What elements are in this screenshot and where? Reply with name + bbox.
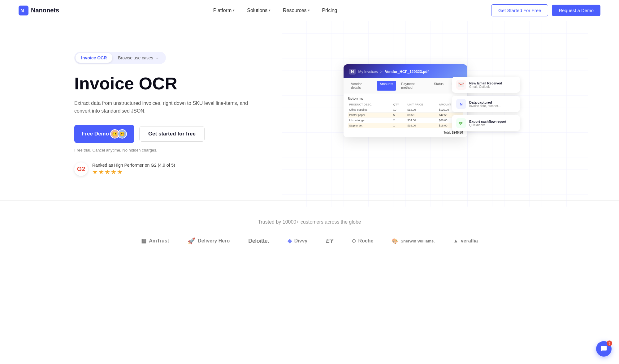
table-row: Ink cartridge2$34.00$68.00 <box>348 118 463 123</box>
notif-card-email: New Email Received Gmail, Outlook <box>452 77 520 93</box>
tab-invoice-ocr[interactable]: Invoice OCR <box>76 53 112 63</box>
logo-verallia: ▲ verallia <box>453 238 478 244</box>
notif-card-export: QB Export cashflow report Quickbooks <box>452 115 520 131</box>
amtrust-icon: ▩ <box>141 238 146 244</box>
nav-links: Platform ▾ Solutions ▾ Resources ▾ Prici… <box>208 5 342 16</box>
brand-logo[interactable]: N Nanonets <box>19 6 59 15</box>
invoice-breadcrumb-home: My Invoices <box>358 70 378 74</box>
trusted-section: Trusted by 10000+ customers across the g… <box>0 200 619 263</box>
hero-image-container: N My Invoices > Vendor_HCP_120323.pdf Ve… <box>344 58 480 169</box>
notif-export-text: Export cashflow report Quickbooks <box>469 120 506 127</box>
use-case-tabs: Invoice OCR Browse use cases → <box>74 52 166 64</box>
g2-stars: ★★★★★ <box>92 168 175 176</box>
delivery-hero-icon: 🚀 <box>188 237 195 245</box>
invoice-tabs: Vendor details Amounts Payment method St… <box>344 78 467 93</box>
svg-text:N: N <box>20 8 24 13</box>
avatar-group: 🙂 😊 <box>112 129 127 139</box>
tab-arrow-icon: → <box>155 56 159 60</box>
invoice-document: Upton inc Product desc. Qty Unit price A… <box>344 93 467 137</box>
notification-cards: New Email Received Gmail, Outlook N Data… <box>452 77 520 131</box>
notif-card-data: N Data captured Invoice date, number... <box>452 96 520 112</box>
solutions-nav[interactable]: Solutions ▾ <box>242 5 275 16</box>
roche-icon: ⬡ <box>352 238 356 243</box>
tab-payment-method[interactable]: Payment method <box>398 81 429 91</box>
tab-browse-use-cases[interactable]: Browse use cases → <box>112 53 165 63</box>
invoice-breadcrumb-sep: > <box>380 70 383 74</box>
col-qty: Qty <box>392 102 406 107</box>
hero-section: Invoice OCR Browse use cases → Invoice O… <box>31 21 588 200</box>
table-row: Office supplies10$12.00$120.00 <box>348 107 463 113</box>
g2-icon: G2 <box>74 162 88 176</box>
invoice-filename: Vendor_HCP_120323.pdf <box>385 70 429 74</box>
logo-divvy: ◆ Divvy <box>288 238 308 244</box>
hero-right: N My Invoices > Vendor_HCP_120323.pdf Ve… <box>254 58 557 169</box>
col-product: Product desc. <box>348 102 392 107</box>
resources-nav[interactable]: Resources ▾ <box>278 5 314 16</box>
platform-chevron: ▾ <box>233 8 235 12</box>
hero-left: Invoice OCR Browse use cases → Invoice O… <box>74 52 254 176</box>
get-started-free-button[interactable]: Get started for free <box>139 126 205 142</box>
g2-badge: G2 Ranked as High Performer on G2 (4.9 o… <box>74 162 254 176</box>
invoice-panel-header: N My Invoices > Vendor_HCP_120323.pdf <box>344 64 467 78</box>
invoice-total: Total: $245.50 <box>348 131 463 134</box>
logo-icon: N <box>19 6 28 15</box>
notif-email-text: New Email Received Gmail, Outlook <box>469 81 502 88</box>
solutions-chevron: ▾ <box>269 8 271 12</box>
free-demo-button[interactable]: Free Demo 🙂 😊 <box>74 125 134 143</box>
invoice-company: Upton inc <box>348 96 463 100</box>
logo-delivery-hero: 🚀 Delivery Hero <box>188 237 230 245</box>
verallia-icon: ▲ <box>453 238 458 244</box>
brand-name: Nanonets <box>31 7 59 14</box>
invoice-logo: N <box>349 69 356 75</box>
logo-roche: ⬡ Roche <box>352 238 373 244</box>
hero-cta-group: Free Demo 🙂 😊 Get started for free <box>74 125 254 143</box>
notif-data-text: Data captured Invoice date, number... <box>469 101 500 108</box>
pricing-nav[interactable]: Pricing <box>317 5 342 16</box>
request-demo-button[interactable]: Request a Demo <box>552 5 600 16</box>
table-row: Printer paper5$8.50$42.50 <box>348 113 463 118</box>
g2-info: Ranked as High Performer on G2 (4.9 of 5… <box>92 163 175 176</box>
quickbooks-icon: QB <box>456 118 466 128</box>
logo-sherwin-williams: 🎨 Sherwin Williams. <box>392 238 435 244</box>
sherwin-williams-icon: 🎨 <box>392 238 398 244</box>
invoice-panel: N My Invoices > Vendor_HCP_120323.pdf Ve… <box>344 64 467 137</box>
gmail-icon <box>456 80 466 90</box>
resources-chevron: ▾ <box>308 8 310 12</box>
table-row: Stapler set1$15.00$15.00 <box>348 123 463 128</box>
divvy-icon: ◆ <box>288 238 292 244</box>
nav-actions: Get Started For Free Request a Demo <box>491 4 600 16</box>
hero-title: Invoice OCR <box>74 74 254 93</box>
get-started-button[interactable]: Get Started For Free <box>491 4 548 16</box>
avatar-2: 😊 <box>118 129 127 139</box>
logo-deloitte: Deloitte. <box>248 238 269 244</box>
platform-nav[interactable]: Platform ▾ <box>208 5 240 16</box>
tab-status[interactable]: Status <box>431 81 447 91</box>
svg-rect-3 <box>458 82 464 87</box>
tab-vendor-details[interactable]: Vendor details <box>348 81 375 91</box>
logo-ey: EY <box>326 238 333 244</box>
logo-amtrust: ▩ AmTrust <box>141 238 169 244</box>
hero-description: Extract data from unstructured invoices,… <box>74 99 254 115</box>
g2-text: Ranked as High Performer on G2 (4.9 of 5… <box>92 163 175 168</box>
navbar: N Nanonets Platform ▾ Solutions ▾ Resour… <box>0 0 619 21</box>
trusted-title: Trusted by 10000+ customers across the g… <box>31 219 588 225</box>
logos-row: ▩ AmTrust 🚀 Delivery Hero Deloitte. ◆ Di… <box>31 237 588 245</box>
tab-amounts[interactable]: Amounts <box>377 81 396 91</box>
trial-text: Free trial. Cancel anytime. No hidden ch… <box>74 148 254 152</box>
col-unit-price: Unit price <box>406 102 438 107</box>
nanonets-notif-icon: N <box>456 99 466 109</box>
invoice-table: Product desc. Qty Unit price Amount Offi… <box>348 102 463 128</box>
